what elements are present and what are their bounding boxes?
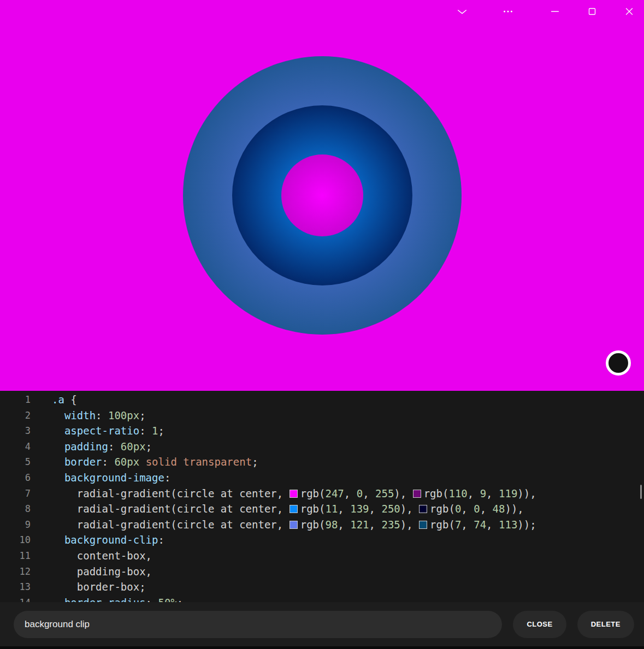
code-line: 6 background-image:: [0, 470, 644, 486]
code-text: radial-gradient(circle at center, rgb(24…: [52, 486, 536, 502]
code-token: ;: [177, 597, 183, 602]
code-token: ;: [139, 409, 145, 421]
code-token: [52, 409, 64, 421]
app-window: 1.a {2 width: 100px;3 aspect-ratio: 1;4 …: [0, 0, 644, 649]
line-number: 4: [0, 439, 31, 455]
code-line: 7 radial-gradient(circle at center, rgb(…: [0, 486, 644, 502]
code-token: 74: [474, 519, 486, 531]
delete-button[interactable]: DELETE: [577, 611, 634, 638]
demo-circle: [183, 56, 462, 335]
line-number: 1: [0, 392, 31, 408]
code-line: 1.a {: [0, 392, 644, 408]
code-text: border-box;: [52, 579, 146, 595]
code-token: 0: [357, 487, 363, 499]
code-text: border-radius: 50%;: [52, 595, 183, 602]
code-token: ,: [363, 487, 375, 499]
code-text: width: 100px;: [52, 408, 146, 424]
code-token: 235: [381, 519, 400, 531]
line-number: 8: [0, 501, 31, 517]
minimize-icon[interactable]: [549, 5, 561, 17]
code-line: 9 radial-gradient(circle at center, rgb(…: [0, 517, 644, 533]
code-token: width: [64, 409, 96, 421]
line-number: 12: [0, 564, 31, 580]
search-input[interactable]: [14, 611, 502, 638]
code-token: ,: [486, 487, 499, 499]
code-token: :: [164, 472, 170, 484]
code-text: aspect-ratio: 1;: [52, 423, 164, 439]
code-token: :: [108, 440, 121, 452]
more-icon[interactable]: [502, 5, 514, 17]
code-token: :: [146, 597, 158, 602]
color-swatch[interactable]: [289, 490, 298, 498]
code-token: 0: [474, 503, 480, 515]
code-token: ,: [461, 519, 474, 531]
code-token: 121: [350, 519, 369, 531]
code-token: rgb(: [300, 519, 326, 531]
code-token: padding: [64, 440, 108, 452]
code-token: 250: [381, 503, 400, 515]
code-token: ,: [344, 487, 357, 499]
chevron-down-icon[interactable]: [456, 5, 468, 17]
record-button[interactable]: [606, 350, 631, 376]
code-token: background-clip: [64, 534, 158, 546]
code-token: ;: [252, 456, 258, 468]
code-token: rgb(: [430, 519, 455, 531]
code-token: ,: [338, 519, 350, 531]
code-token: radial-gradient(circle at center,: [52, 503, 289, 515]
code-token: 60px: [121, 440, 146, 452]
code-token: :: [102, 456, 115, 468]
code-token: [52, 440, 64, 452]
code-token: 255: [375, 487, 394, 499]
code-token: 98: [325, 519, 338, 531]
code-editor[interactable]: 1.a {2 width: 100px;3 aspect-ratio: 1;4 …: [0, 391, 644, 602]
code-token: solid: [146, 456, 177, 468]
code-token: ,: [338, 503, 350, 515]
color-swatch[interactable]: [289, 505, 298, 513]
code-token: [52, 425, 64, 437]
code-token: ));: [517, 519, 536, 531]
code-token: rgb(: [300, 487, 326, 499]
close-icon[interactable]: [623, 5, 635, 17]
color-swatch[interactable]: [413, 490, 421, 498]
close-button[interactable]: CLOSE: [513, 611, 566, 638]
line-number: 11: [0, 548, 31, 564]
code-line: 2 width: 100px;: [0, 408, 644, 424]
color-swatch[interactable]: [419, 521, 427, 529]
code-token: background-image: [64, 472, 164, 484]
code-token: ),: [400, 503, 419, 515]
code-token: 100px: [108, 409, 139, 421]
code-token: ,: [480, 503, 493, 515]
code-token: )),: [517, 487, 536, 499]
scrollbar-thumb[interactable]: [640, 485, 642, 499]
color-swatch[interactable]: [289, 521, 298, 529]
footer-bar: CLOSE DELETE: [0, 602, 644, 649]
code-token: rgb(: [424, 487, 449, 499]
code-token: content-box,: [52, 550, 152, 562]
maximize-icon[interactable]: [586, 5, 598, 17]
code-token: aspect-ratio: [64, 425, 139, 437]
code-token: 119: [499, 487, 517, 499]
code-line: 11 content-box,: [0, 548, 644, 564]
code-token: ;: [158, 425, 164, 437]
code-token: transparent: [183, 456, 252, 468]
code-token: radial-gradient(circle at center,: [52, 519, 289, 531]
code-token: :: [96, 409, 108, 421]
code-token: 11: [325, 503, 338, 515]
code-token: border-box;: [52, 581, 146, 593]
line-number: 9: [0, 517, 31, 533]
line-number: 10: [0, 532, 31, 548]
code-token: ),: [400, 519, 419, 531]
window-controls: [456, 5, 635, 17]
color-swatch[interactable]: [419, 505, 427, 513]
line-number: 13: [0, 579, 31, 595]
code-text: content-box,: [52, 548, 152, 564]
code-token: 247: [325, 487, 344, 499]
code-token: border-radius: [64, 597, 146, 602]
code-text: radial-gradient(circle at center, rgb(98…: [52, 517, 536, 533]
code-text: background-clip:: [52, 532, 164, 548]
code-token: radial-gradient(circle at center,: [52, 487, 289, 499]
code-token: 48: [493, 503, 505, 515]
code-token: ),: [394, 487, 412, 499]
code-line: 14 border-radius: 50%;: [0, 595, 644, 602]
code-line: 3 aspect-ratio: 1;: [0, 423, 644, 439]
